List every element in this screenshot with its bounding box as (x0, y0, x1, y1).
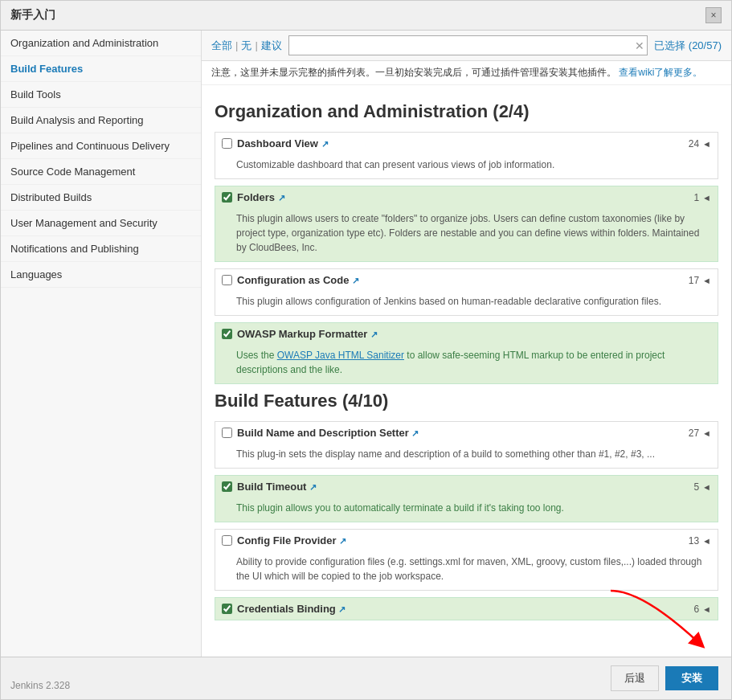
section-title-build-features: Build Features (4/10) (215, 391, 718, 411)
plugin-item-build-name-setter: Build Name and Description Setter ↗27◄Th… (215, 421, 718, 469)
toolbar-tabs: 全部 | 无 | 建议 (211, 39, 282, 53)
notice-bar: 注意，这里并未显示完整的插件列表。一旦初始安装完成后，可通过插件管理器安装其他插… (202, 61, 731, 85)
dialog-title: 新手入门 (10, 8, 55, 23)
plugin-name-credentials-binding: Credentials Binding ↗ (237, 603, 693, 615)
plugin-item-dashboard-view: Dashboard View ↗24◄Customizable dashboar… (215, 132, 718, 179)
tab-suggest[interactable]: 建议 (261, 39, 282, 53)
search-box: ✕ (288, 35, 648, 55)
plugin-header-folders: Folders ↗1◄ (215, 186, 718, 208)
plugin-checkbox-owasp[interactable] (222, 329, 232, 339)
plugin-checkbox-config-as-code[interactable] (222, 275, 232, 285)
sidebar-item-build-tools[interactable]: Build Tools (1, 82, 201, 108)
tab-all[interactable]: 全部 (211, 39, 232, 53)
plugin-name-build-timeout: Build Timeout ↗ (237, 481, 693, 493)
dialog-footer: Jenkins 2.328 后退 安装 (1, 657, 731, 699)
search-clear-icon[interactable]: ✕ (635, 39, 644, 52)
install-button[interactable]: 安装 (665, 666, 718, 690)
dialog-header: 新手入门 × (1, 1, 731, 31)
plugin-header-credentials-binding: Credentials Binding ↗6◄ (215, 598, 718, 620)
plugin-name-config-as-code: Configuration as Code ↗ (237, 274, 689, 286)
plugin-header-dashboard-view: Dashboard View ↗24◄ (215, 133, 718, 154)
plugin-item-config-as-code: Configuration as Code ↗17◄This plugin al… (215, 268, 718, 316)
close-button[interactable]: × (705, 7, 722, 23)
plugin-expand-icon-build-name-setter[interactable]: ◄ (702, 428, 711, 438)
plugin-desc-config-file-provider: Ability to provide configuration files (… (215, 551, 718, 590)
plugin-item-owasp: OWASP Markup Formatter ↗Uses the OWASP J… (215, 322, 718, 384)
owasp-link[interactable]: OWASP Java HTML Sanitizer (277, 350, 404, 361)
sidebar-item-user-mgmt[interactable]: User Management and Security (1, 211, 201, 236)
selected-count: 已选择 (20/57) (654, 39, 722, 53)
notice-text: 注意，这里并未显示完整的插件列表。一旦初始安装完成后，可通过插件管理器安装其他插… (211, 67, 616, 78)
toolbar: 全部 | 无 | 建议 ✕ 已选择 (20/57) (202, 31, 731, 61)
section-title-org-admin: Organization and Administration (2/4) (215, 101, 718, 122)
sidebar-item-pipelines[interactable]: Pipelines and Continuous Delivery (1, 133, 201, 159)
sidebar-item-build-features[interactable]: Build Features (1, 56, 201, 82)
plugin-name-folders: Folders ↗ (237, 191, 693, 203)
plugin-header-config-as-code: Configuration as Code ↗17◄ (215, 269, 718, 291)
plugin-expand-icon-build-timeout[interactable]: ◄ (702, 482, 711, 492)
plugin-item-folders: Folders ↗1◄This plugin allows users to c… (215, 186, 718, 262)
plugin-count-dashboard-view: 24 (689, 138, 699, 149)
plugin-desc-dashboard-view: Customizable dashboard that can present … (215, 154, 718, 178)
plugin-name-build-name-setter: Build Name and Description Setter ↗ (237, 427, 689, 439)
plugin-count-credentials-binding: 6 (693, 604, 699, 615)
plugin-desc-owasp: Uses the OWASP Java HTML Sanitizer to al… (215, 345, 718, 383)
content-scroll: Organization and Administration (2/4)Das… (202, 85, 731, 657)
plugin-header-config-file-provider: Config File Provider ↗13◄ (215, 530, 718, 551)
sidebar-item-source-code[interactable]: Source Code Management (1, 159, 201, 185)
sidebar: Organization and AdministrationBuild Fea… (1, 31, 202, 657)
sidebar-item-languages[interactable]: Languages (1, 262, 201, 288)
plugin-checkbox-config-file-provider[interactable] (222, 535, 232, 546)
plugin-count-config-as-code: 17 (689, 275, 699, 286)
plugin-item-build-timeout: Build Timeout ↗5◄This plugin allows you … (215, 475, 718, 522)
tab-none[interactable]: 无 (241, 39, 251, 53)
sidebar-item-build-analysis[interactable]: Build Analysis and Reporting (1, 108, 201, 133)
plugin-expand-icon-credentials-binding[interactable]: ◄ (702, 604, 711, 614)
plugin-count-build-timeout: 5 (693, 481, 699, 493)
plugin-expand-icon-config-file-provider[interactable]: ◄ (702, 536, 711, 546)
plugin-checkbox-build-timeout[interactable] (222, 481, 232, 492)
plugin-expand-icon-folders[interactable]: ◄ (702, 193, 711, 203)
sidebar-item-notifications[interactable]: Notifications and Publishing (1, 236, 201, 262)
plugin-count-build-name-setter: 27 (689, 428, 699, 439)
plugin-count-config-file-provider: 13 (689, 535, 699, 546)
plugin-count-folders: 1 (693, 192, 699, 203)
notice-link[interactable]: 查看wiki了解更多。 (619, 67, 702, 78)
plugin-item-credentials-binding: Credentials Binding ↗6◄ (215, 597, 718, 620)
sidebar-item-org-admin[interactable]: Organization and Administration (1, 31, 201, 56)
plugin-desc-config-as-code: This plugin allows configuration of Jenk… (215, 291, 718, 315)
jenkins-version: Jenkins 2.328 (10, 680, 70, 691)
plugin-expand-icon-config-as-code[interactable]: ◄ (702, 276, 711, 285)
plugin-item-config-file-provider: Config File Provider ↗13◄Ability to prov… (215, 529, 718, 591)
plugin-header-owasp: OWASP Markup Formatter ↗ (215, 323, 718, 345)
search-input[interactable] (288, 35, 648, 55)
back-button[interactable]: 后退 (611, 665, 659, 691)
dialog-body: Organization and AdministrationBuild Fea… (1, 31, 731, 657)
plugin-name-owasp: OWASP Markup Formatter ↗ (237, 328, 711, 340)
plugin-header-build-timeout: Build Timeout ↗5◄ (215, 476, 718, 497)
plugin-header-build-name-setter: Build Name and Description Setter ↗27◄ (215, 422, 718, 444)
plugin-name-config-file-provider: Config File Provider ↗ (237, 534, 689, 546)
plugin-checkbox-folders[interactable] (222, 192, 232, 203)
plugin-desc-build-timeout: This plugin allows you to automatically … (215, 497, 718, 522)
plugin-expand-icon-dashboard-view[interactable]: ◄ (702, 139, 711, 149)
plugin-desc-folders: This plugin allows users to create "fold… (215, 208, 718, 261)
plugin-checkbox-dashboard-view[interactable] (222, 138, 232, 149)
plugin-desc-build-name-setter: This plug-in sets the display name and d… (215, 444, 718, 468)
plugin-checkbox-build-name-setter[interactable] (222, 428, 232, 438)
main-content: 全部 | 无 | 建议 ✕ 已选择 (20/57) 注意，这里并未显示完整的插件… (202, 31, 731, 657)
plugin-checkbox-credentials-binding[interactable] (222, 604, 232, 614)
plugin-name-dashboard-view: Dashboard View ↗ (237, 137, 689, 149)
main-dialog: 新手入门 × Organization and AdministrationBu… (0, 0, 732, 700)
sidebar-item-distributed[interactable]: Distributed Builds (1, 185, 201, 211)
